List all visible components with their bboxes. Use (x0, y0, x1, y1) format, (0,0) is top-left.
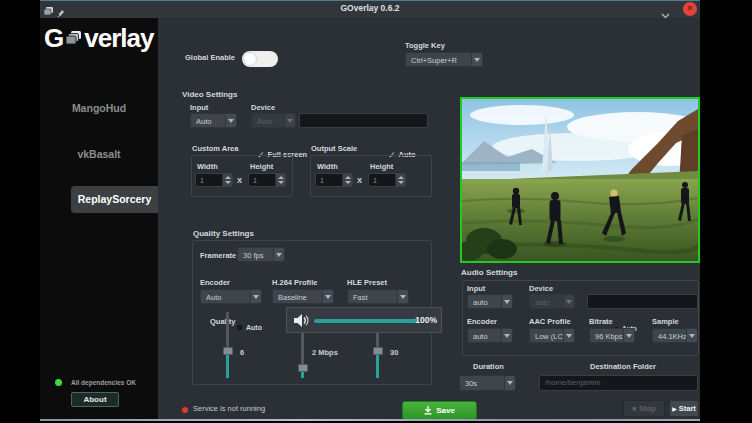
dropdown-arrow-icon[interactable] (504, 376, 515, 390)
toggle-knob (243, 52, 257, 66)
hle-preset-dropdown[interactable]: Fast (347, 289, 409, 304)
framerate-label: Framerate (200, 251, 236, 260)
encoder-value: Auto (206, 293, 221, 302)
slider-handle[interactable] (298, 364, 308, 372)
duration-value: 30s (465, 379, 477, 388)
output-scale-label: Output Scale (311, 144, 357, 153)
output-separator: X (357, 176, 362, 185)
bitrate-label: Bitrate (589, 317, 613, 326)
audio-encoder-value: auto (473, 332, 488, 341)
toggle-key-label: Toggle Key (405, 41, 445, 50)
h264-profile-dropdown[interactable]: Baseline (272, 289, 334, 304)
sidebar-item-vkbasalt[interactable]: vkBasalt (40, 148, 158, 160)
video-input-dropdown[interactable]: Auto (190, 113, 237, 128)
video-input-label: Input (190, 103, 208, 112)
spinner-arrows-icon[interactable] (222, 174, 232, 186)
custom-height-label: Height (250, 162, 273, 171)
start-label: Start (679, 404, 696, 413)
speaker-icon[interactable] (293, 313, 310, 332)
custom-height-spinbox[interactable]: 1 (248, 173, 286, 187)
volume-slider[interactable] (314, 319, 418, 323)
dropdown-arrow-icon[interactable] (471, 53, 482, 66)
stop-button[interactable]: ■Stop (623, 400, 665, 417)
hle-preset-value: Fast (353, 293, 368, 302)
service-status-text: Service is not running (193, 404, 265, 413)
custom-width-spinbox[interactable]: 1 (195, 173, 233, 187)
logo-text-suffix: verlay (84, 23, 153, 53)
encoder-label: Encoder (200, 278, 230, 287)
bitrate-dropdown[interactable]: 96 Kbps (589, 328, 635, 343)
quality-auto-checkbox[interactable]: Auto (236, 316, 262, 334)
dropdown-arrow-icon[interactable] (273, 248, 284, 261)
global-enable-toggle[interactable] (242, 51, 278, 67)
hle-preset-label: HLE Preset (347, 278, 387, 287)
dropdown-arrow-icon[interactable] (623, 329, 634, 342)
output-height-spinbox[interactable]: 1 (368, 173, 406, 187)
dropdown-arrow-icon[interactable] (322, 290, 333, 303)
save-label: Save (436, 406, 455, 415)
spinner-arrows-icon[interactable] (395, 174, 405, 186)
sample-dropdown[interactable]: 44.1KHz (652, 328, 698, 343)
sidebar: Gverlay MangoHud vkBasalt ReplaySorcery … (40, 18, 158, 421)
sidebar-item-replaysorcery[interactable]: ReplaySorcery (71, 186, 158, 213)
start-button[interactable]: ▶Start (669, 400, 699, 417)
chevron-down-icon[interactable] (661, 5, 670, 23)
aac-profile-label: AAC Profile (529, 317, 571, 326)
duration-dropdown[interactable]: 30s (459, 375, 516, 391)
framerate-dropdown[interactable]: 30 fps (237, 247, 285, 262)
h264-profile-label: H.264 Profile (272, 278, 317, 287)
spinner-arrows-icon[interactable] (342, 174, 352, 186)
custom-height-value: 1 (253, 177, 257, 184)
global-enable-label: Global Enable (185, 53, 235, 62)
titlebar[interactable]: GOverlay 0.6.2 × (40, 0, 700, 18)
video-settings-title: Video Settings (182, 90, 237, 99)
video-device-dropdown: Auto (251, 113, 296, 128)
quality-slider[interactable] (226, 312, 229, 378)
bitrate-value: 96 Kbps (595, 332, 623, 341)
toggle-key-dropdown[interactable]: Ctrl+Super+R (405, 52, 483, 67)
video-device-value: Auto (257, 117, 272, 126)
custom-width-value: 1 (200, 177, 204, 184)
video-input-value: Auto (196, 117, 211, 126)
audio-input-dropdown[interactable]: auto (467, 294, 513, 309)
encoder-dropdown[interactable]: Auto (200, 289, 262, 304)
output-height-value: 1 (373, 177, 377, 184)
slider-handle[interactable] (373, 347, 383, 355)
sample-label: Sample (652, 317, 679, 326)
audio-device-label: Device (529, 284, 553, 293)
window-bottom-edge (40, 419, 700, 421)
logo-windows-icon (64, 24, 83, 43)
aac-profile-dropdown[interactable]: Low (LC) (529, 328, 575, 343)
video-device-label: Device (251, 103, 275, 112)
spinner-arrows-icon[interactable] (275, 174, 285, 186)
dropdown-arrow-icon[interactable] (686, 329, 697, 342)
dependency-status-text: All dependencies OK (71, 379, 136, 386)
quality-slider-value: 6 (240, 348, 244, 357)
quality-settings-title: Quality Settings (193, 229, 254, 238)
destination-folder-label: Destination Folder (590, 362, 656, 371)
dropdown-arrow-icon[interactable] (250, 290, 261, 303)
about-button[interactable]: About (71, 392, 119, 407)
output-width-spinbox[interactable]: 1 (315, 173, 353, 187)
sidebar-item-mangohud[interactable]: MangoHud (40, 102, 158, 114)
video-device-field[interactable] (299, 113, 428, 128)
save-button[interactable]: Save (402, 401, 477, 420)
dropdown-arrow-icon[interactable] (501, 295, 512, 308)
dropdown-arrow-icon[interactable] (397, 290, 408, 303)
slider-handle[interactable] (223, 347, 233, 355)
audio-input-label: Input (467, 284, 485, 293)
audio-encoder-dropdown[interactable]: auto (467, 328, 513, 343)
duration-label: Duration (473, 362, 504, 371)
dropdown-arrow-icon[interactable] (501, 329, 512, 342)
dropdown-arrow-icon[interactable] (563, 329, 574, 342)
app-logo: Gverlay (44, 23, 153, 54)
checkbox-unchecked-icon (236, 324, 243, 331)
goverlay-window: GOverlay 0.6.2 × Gverlay MangoHud vkBasa… (40, 0, 700, 421)
audio-device-field[interactable] (587, 294, 698, 309)
destination-folder-field[interactable]: /home/benjamim (539, 375, 698, 391)
download-icon (424, 406, 432, 415)
dropdown-arrow-icon[interactable] (225, 114, 236, 127)
close-icon[interactable]: × (683, 2, 697, 16)
dropdown-arrow-icon (563, 295, 574, 308)
desktop-stage: GOverlay 0.6.2 × Gverlay MangoHud vkBasa… (0, 0, 752, 423)
